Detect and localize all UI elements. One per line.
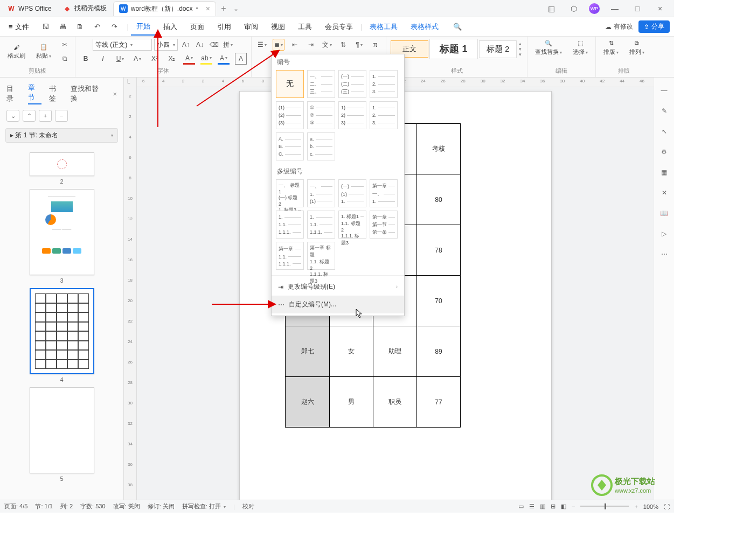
multilevel-preset[interactable]: 1. 标题11.1. 标题21.1.1. 标题3 — [338, 211, 366, 239]
table-cell[interactable]: 77 — [417, 377, 461, 428]
zoom-slider[interactable] — [580, 506, 629, 507]
redo-icon[interactable]: ↷ — [109, 21, 121, 33]
zoom-value[interactable]: 100% — [643, 503, 658, 510]
custom-numbering[interactable]: ⋯ 自定义编号(M)... — [272, 296, 404, 313]
page-thumbnail-4[interactable] — [30, 288, 94, 374]
menu-table-tools[interactable]: 表格工具 — [364, 19, 403, 35]
nav-add-icon[interactable]: + — [39, 110, 52, 122]
window-maximize-icon[interactable]: □ — [630, 4, 645, 13]
undo-icon[interactable]: ↶ — [92, 21, 103, 33]
menu-member[interactable]: 会员专享 — [320, 19, 358, 35]
select-button[interactable]: ⬚ 选择▾ — [570, 39, 591, 57]
menu-view[interactable]: 视图 — [266, 19, 290, 35]
multilevel-preset[interactable]: 第一章 一、 1. — [370, 179, 398, 207]
table-cell[interactable]: 赵六 — [286, 377, 330, 428]
nav-tab-find[interactable]: 查找和替换 — [71, 84, 105, 103]
table-header[interactable]: 考核 — [417, 124, 461, 174]
menu-reference[interactable]: 引用 — [212, 19, 237, 35]
multilevel-preset[interactable]: 第一章 标题1.1. 标题21.1.1. 标题3 — [307, 242, 335, 270]
menu-tools[interactable]: 工具 — [293, 19, 317, 35]
table-cell[interactable]: 女 — [330, 326, 373, 377]
multilevel-preset[interactable]: 第一章1.1.1.1.1. — [276, 242, 304, 270]
menu-review[interactable]: 审阅 — [239, 19, 263, 35]
italic-icon[interactable]: I — [97, 53, 109, 65]
shrink-font-icon[interactable]: A↓ — [194, 39, 206, 51]
layout-button[interactable]: ⇅ 排版▾ — [600, 39, 622, 57]
window-close-icon[interactable]: × — [652, 4, 668, 13]
more-icon[interactable]: ⋯ — [659, 249, 670, 260]
text-direction-icon[interactable]: 文▾ — [321, 39, 333, 51]
cursor-select-icon[interactable]: ↖ — [659, 126, 670, 137]
zoom-in-icon[interactable]: + — [634, 503, 637, 510]
view-focus-icon[interactable]: ◧ — [561, 503, 566, 510]
nav-remove-icon[interactable]: − — [55, 110, 68, 122]
multilevel-preset[interactable]: 一、 标题1(一) 标题2 1. 标题3 — [276, 179, 304, 207]
bold-icon[interactable]: B — [80, 53, 92, 65]
multilevel-preset[interactable]: (一)(1) 1. — [338, 179, 366, 207]
style-up-icon[interactable]: ▴ — [519, 41, 522, 46]
status-spellcheck[interactable]: 拼写检查: 打开 ▾ — [182, 502, 226, 510]
subscript-icon[interactable]: X₂ — [166, 53, 178, 65]
view-web-icon[interactable]: ▥ — [540, 503, 545, 510]
char-border-icon[interactable]: A — [235, 53, 247, 65]
close-tab-icon[interactable]: × — [206, 4, 210, 13]
arrange-button[interactable]: ⧉ 排列▾ — [626, 39, 648, 57]
nav-tab-bookmark[interactable]: 书签 — [49, 84, 63, 103]
style-down-icon[interactable]: ▾ — [519, 46, 522, 52]
status-revision[interactable]: 修订: 关闭 — [148, 502, 175, 510]
zoom-out-icon[interactable]: − — [572, 503, 575, 510]
font-name-select[interactable]: 等线 (正文) ▾ — [93, 39, 152, 51]
show-marks-icon[interactable]: π — [370, 39, 381, 51]
app-tab-document[interactable]: W word教程（新）.docx • × — [113, 1, 216, 16]
nav-expand-icon[interactable]: ⌃ — [23, 110, 36, 122]
menu-table-style[interactable]: 表格样式 — [405, 19, 444, 35]
status-wordcount[interactable]: 字数: 530 — [80, 502, 105, 510]
nav-tab-chapter[interactable]: 章节 — [28, 83, 42, 104]
save-icon[interactable]: 🖫 — [40, 21, 52, 33]
page-thumbnail-3[interactable]: ──────────── ──── ──── — [30, 189, 94, 275]
view-outline-icon[interactable]: ⊞ — [551, 503, 556, 510]
menu-home[interactable]: 开始 — [131, 18, 156, 36]
menu-insert[interactable]: 插入 — [158, 19, 183, 35]
section-header[interactable]: ▸ 第 1 节: 未命名 ▾ — [5, 128, 118, 143]
numbering-preset-none[interactable]: 无 — [276, 70, 304, 98]
file-menu[interactable]: ≡ 文件 — [4, 20, 33, 34]
search-icon[interactable]: 🔍 — [452, 21, 463, 33]
numbering-preset[interactable]: 1.2.3. — [370, 70, 398, 98]
share-button[interactable]: ⇪ 分享 — [638, 20, 670, 33]
style-more-icon[interactable]: ▾ — [519, 52, 522, 57]
tabs-dropdown-icon[interactable]: ⌄ — [233, 5, 239, 12]
style-heading1[interactable]: 标题 1 — [429, 39, 478, 59]
increase-indent-icon[interactable]: ⇥ — [305, 39, 317, 51]
text-color2-icon[interactable]: A▾ — [218, 53, 230, 65]
line-spacing-icon[interactable]: ¶▾ — [353, 39, 365, 51]
superscript-icon[interactable]: X² — [149, 53, 161, 65]
highlight-icon[interactable]: ab▾ — [200, 53, 212, 65]
paste-button[interactable]: 📋 粘贴▾ — [33, 43, 54, 61]
numbering-preset[interactable]: (1)(2)(3) — [276, 101, 304, 129]
table-cell[interactable]: 郑七 — [286, 326, 330, 377]
status-review[interactable]: 校对 — [242, 502, 254, 510]
grow-font-icon[interactable]: A↑ — [180, 39, 192, 51]
numbering-icon[interactable]: ≣▾ — [273, 39, 284, 51]
table-cell[interactable]: 78 — [417, 225, 461, 276]
app-tab-template[interactable]: ◆ 找稻壳模板 — [58, 1, 112, 16]
font-color-icon[interactable]: A▾ — [183, 53, 195, 65]
status-page[interactable]: 页面: 4/5 — [4, 502, 27, 510]
multilevel-preset[interactable]: 1. 1.1. 1.1.1. — [307, 211, 335, 239]
copy-icon[interactable]: ⧉ — [59, 53, 71, 65]
status-section[interactable]: 节: 1/1 — [35, 502, 52, 510]
menu-page[interactable]: 页面 — [185, 19, 210, 35]
numbering-preset[interactable]: (一)(二)(三) — [338, 70, 366, 98]
numbering-preset[interactable]: ①②③ — [307, 101, 335, 129]
strike-icon[interactable]: A▾ — [131, 53, 143, 65]
cube-icon[interactable]: ⬡ — [566, 4, 581, 13]
table-cell[interactable]: 70 — [417, 276, 461, 326]
font-size-select[interactable]: 小四 ▾ — [154, 39, 178, 51]
sort-icon[interactable]: ⇅ — [337, 39, 349, 51]
underline-icon[interactable]: U▾ — [114, 53, 126, 65]
numbering-preset[interactable]: a.b.c. — [307, 132, 335, 160]
phonetic-icon[interactable]: 拼▾ — [222, 39, 234, 51]
pending-changes[interactable]: ☁ 有修改 — [605, 22, 633, 31]
decrease-indent-icon[interactable]: ⇤ — [289, 39, 301, 51]
